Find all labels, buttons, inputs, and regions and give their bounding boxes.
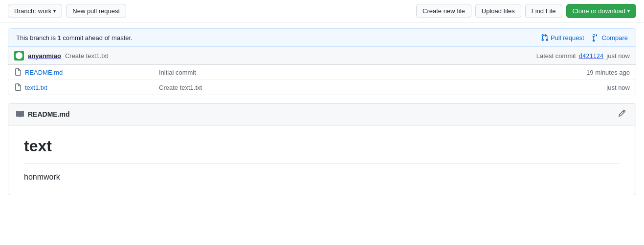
- pull-request-icon: [541, 34, 549, 41]
- readme-header-left: README.md: [16, 110, 70, 118]
- readme-divider: [24, 163, 620, 163]
- readme-content: honmwork: [24, 171, 620, 183]
- table-row: text1.txt Create text1.txt just now: [8, 80, 636, 95]
- commit-sha-link[interactable]: d421124: [579, 52, 604, 60]
- file-icon: [14, 83, 22, 91]
- branch-info-actions: Pull request Compare: [541, 34, 628, 41]
- file-time: 19 minutes ago: [561, 69, 630, 76]
- branch-selector[interactable]: Branch: work ▾: [8, 4, 62, 18]
- latest-commit-label: Latest commit: [536, 52, 576, 60]
- branch-info-bar: This branch is 1 commit ahead of master.…: [8, 28, 636, 47]
- readme-title: text: [24, 137, 620, 155]
- file-time: just now: [561, 84, 630, 91]
- create-new-file-button[interactable]: Create new file: [416, 4, 471, 18]
- commit-author: anyanmiao: [28, 52, 61, 60]
- readme-body: text honmwork: [8, 125, 636, 195]
- toolbar: Branch: work ▾ New pull request Create n…: [0, 0, 644, 22]
- branch-label: Branch:: [14, 7, 36, 15]
- commit-bar-right: Latest commit d421124 just now: [536, 52, 630, 60]
- readme-section: README.md text honmwork: [8, 103, 636, 195]
- book-icon: [16, 110, 24, 118]
- toolbar-right: Create new file Upload files Find File C…: [416, 4, 636, 18]
- commit-author-link[interactable]: anyanmiao: [28, 52, 61, 60]
- file-name-col: text1.txt: [14, 83, 151, 91]
- compare-label: Compare: [602, 34, 628, 41]
- toolbar-left: Branch: work ▾ New pull request: [8, 4, 126, 18]
- branch-ahead-message: This branch is 1 commit ahead of master.: [16, 34, 133, 41]
- readme-filename: README.md: [28, 110, 70, 118]
- pencil-icon: [618, 109, 626, 117]
- new-pull-request-button[interactable]: New pull request: [66, 4, 126, 18]
- commit-bar: anyanmiao Create text1.txt Latest commit…: [8, 47, 636, 65]
- file-icon: [14, 68, 22, 76]
- commit-time: just now: [606, 52, 630, 60]
- upload-files-button[interactable]: Upload files: [475, 4, 521, 18]
- file-commit-message: Create text1.txt: [151, 84, 561, 91]
- file-name-col: README.md: [14, 68, 151, 76]
- readme-file-link[interactable]: README.md: [25, 69, 63, 76]
- pull-request-link[interactable]: Pull request: [541, 34, 584, 41]
- compare-icon: [592, 34, 600, 41]
- clone-or-download-label: Clone or download: [573, 7, 625, 15]
- compare-link[interactable]: Compare: [592, 34, 628, 41]
- readme-header: README.md: [8, 103, 636, 125]
- edit-readme-button[interactable]: [616, 108, 628, 120]
- chevron-down-icon-clone: ▾: [627, 8, 630, 14]
- find-file-button[interactable]: Find File: [525, 4, 562, 18]
- clone-or-download-button[interactable]: Clone or download ▾: [566, 4, 636, 18]
- file-commit-message: Initial commit: [151, 69, 561, 76]
- commit-bar-left: anyanmiao Create text1.txt: [14, 51, 108, 61]
- table-row: README.md Initial commit 19 minutes ago: [8, 65, 636, 80]
- commit-sha: d421124: [579, 53, 604, 60]
- text-file-link[interactable]: text1.txt: [25, 84, 47, 91]
- commit-message: Create text1.txt: [65, 52, 108, 60]
- pull-request-label: Pull request: [551, 34, 584, 41]
- chevron-down-icon: ▾: [53, 8, 56, 14]
- avatar: [14, 51, 24, 61]
- branch-name: work: [38, 7, 51, 15]
- file-table: anyanmiao Create text1.txt Latest commit…: [8, 47, 636, 95]
